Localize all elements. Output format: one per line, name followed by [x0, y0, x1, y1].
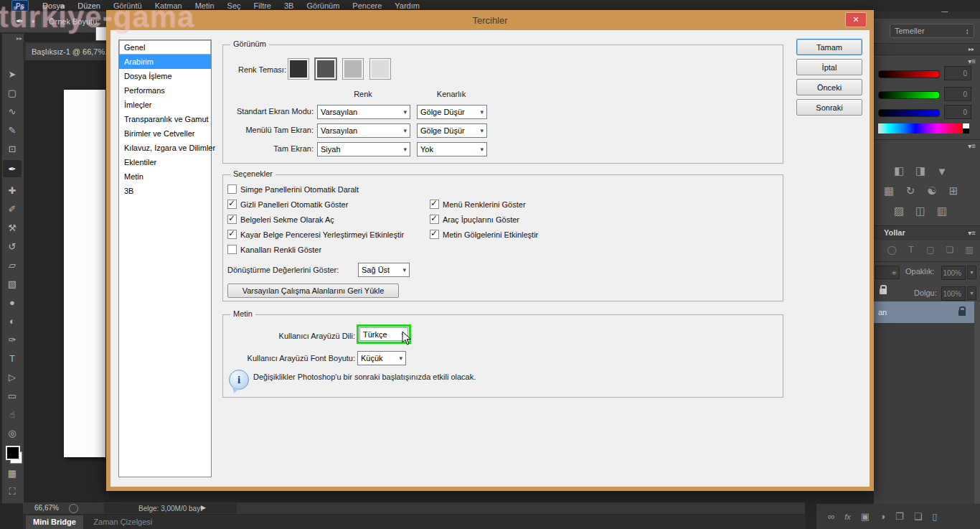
clone-stamp-tool-icon[interactable]: ⚒	[3, 219, 22, 236]
category-arabirim[interactable]: Arabirim	[119, 55, 211, 69]
adjustment-exposure-icon[interactable]: ▼	[934, 164, 950, 178]
checkbox-enable-floating-docking[interactable]: Kayar Belge Penceresi Yerleştirmeyi Etki…	[227, 230, 404, 239]
transform-values-select[interactable]: Sağ Üst▾	[358, 263, 410, 277]
green-value-field[interactable]: 0	[944, 87, 971, 101]
eyedropper-tool-icon[interactable]: ✒	[3, 160, 22, 177]
lasso-tool-icon[interactable]: ∿	[3, 103, 22, 120]
opacity-value[interactable]: 100%	[941, 266, 966, 280]
blue-slider[interactable]	[878, 109, 940, 117]
fullscreen-border-select[interactable]: Yok▾	[417, 142, 487, 156]
tab-mini-bridge[interactable]: Mini Bridge	[26, 515, 83, 529]
checkbox-open-documents-as-tabs[interactable]: Belgeleri Sekme Olarak Aç	[227, 215, 334, 224]
healing-brush-tool-icon[interactable]: ✚	[3, 182, 22, 199]
hand-tool-icon[interactable]: ☝	[3, 406, 22, 423]
quick-selection-tool-icon[interactable]: ✎	[3, 121, 22, 139]
quick-mask-icon[interactable]: ▦	[3, 464, 22, 482]
history-brush-tool-icon[interactable]: ↺	[3, 238, 22, 255]
prev-button[interactable]: Önceki	[796, 79, 862, 95]
panel-collapse-icon[interactable]: ▸▸	[969, 46, 974, 52]
adjustment-levels-icon[interactable]: ◨	[913, 164, 928, 178]
ok-button[interactable]: Tamam	[796, 39, 862, 55]
color-panel-menu-icon[interactable]: ▾≡	[968, 57, 976, 65]
adjustment-gradientmap-icon[interactable]: ▥	[934, 204, 950, 218]
brush-tool-icon[interactable]: ✐	[3, 200, 22, 217]
foreground-color-swatch[interactable]	[6, 446, 20, 460]
category-3b[interactable]: 3B	[119, 184, 211, 198]
path-shape-icon[interactable]: ▢	[924, 244, 937, 256]
category-birimler[interactable]: Birimler ve Cetveller	[119, 126, 211, 141]
category-dosya-isleme[interactable]: Dosya İşleme	[119, 69, 211, 83]
checkbox-auto-collapse-panels[interactable]: Simge Panellerini Otomatik Daralt	[227, 184, 359, 194]
status-expand-icon[interactable]: ▶	[201, 504, 206, 511]
layer-style-fx-icon[interactable]: fx	[844, 512, 851, 521]
category-genel[interactable]: Genel	[119, 40, 211, 55]
layer-group-icon[interactable]: ❐	[895, 511, 904, 522]
delete-layer-icon[interactable]: ▯	[932, 511, 937, 522]
new-layer-icon[interactable]: ❏	[914, 511, 923, 522]
checkbox-show-menu-colors[interactable]: Menü Renklerini Göster	[430, 200, 526, 209]
green-slider[interactable]	[878, 91, 940, 99]
path-delete-icon[interactable]: ▥	[963, 244, 976, 256]
paths-panel-tab[interactable]: Yollar	[884, 228, 905, 237]
category-transparanlik[interactable]: Transparanlık ve Gamut	[119, 112, 211, 126]
standard-screen-color-select[interactable]: Varsayılan▾	[317, 105, 410, 119]
crop-tool-icon[interactable]: ⊡	[3, 140, 22, 157]
menu-dosya[interactable]: Dosya	[36, 0, 71, 11]
fullscreen-menu-border-select[interactable]: Gölge Düşür▾	[417, 123, 487, 138]
collapse-tools-icon[interactable]: ▸▸	[2, 35, 22, 42]
checkbox-show-channels-in-color[interactable]: Kanalları Renkli Göster	[227, 245, 321, 254]
adjustment-balance-icon[interactable]: ☯	[924, 184, 940, 198]
path-new-icon[interactable]: ❏	[943, 244, 956, 256]
fill-chevron-icon[interactable]: ▾	[967, 286, 976, 300]
adjustments-panel-menu-icon[interactable]: ▾≡	[968, 142, 976, 150]
adjustment-layer-icon[interactable]: ◑	[880, 511, 885, 522]
opacity-chevron-icon[interactable]: ▾	[967, 266, 976, 279]
category-metin[interactable]: Metin	[119, 169, 211, 184]
adjustment-vibrance-icon[interactable]: ▦	[881, 184, 897, 198]
theme-swatch-lightest[interactable]	[369, 58, 391, 80]
menu-duzen[interactable]: Düzen	[71, 0, 107, 11]
checkbox-auto-show-hidden-panels[interactable]: Gizli Panelleri Otomatik Göster	[227, 200, 348, 209]
paths-panel-menu-icon[interactable]: ▾≡	[968, 229, 976, 237]
document-tab[interactable]: Başlıksız-1 @ 66,7%...	[26, 43, 112, 60]
layer-row-background[interactable]: an	[874, 301, 974, 323]
path-fill-icon[interactable]: ◯	[885, 244, 898, 256]
zoom-tool-icon[interactable]: ◎	[3, 424, 22, 441]
tool-preset-chevron-icon[interactable]: ▾	[32, 18, 35, 25]
adjustment-hue-icon[interactable]: ↻	[903, 184, 918, 198]
spectrum-white-swatch[interactable]	[963, 123, 969, 128]
blur-tool-icon[interactable]: ●	[3, 294, 22, 311]
path-text-icon[interactable]: T	[905, 244, 918, 256]
restore-default-workspaces-button[interactable]: Varsayılan Çalışma Alanlarını Geri Yükle	[227, 284, 399, 298]
spectrum-black-swatch[interactable]	[963, 128, 969, 134]
color-spectrum-ramp[interactable]	[878, 123, 963, 134]
link-layers-icon[interactable]: ∞	[828, 511, 834, 522]
adjustment-bw-icon[interactable]: ⊞	[946, 184, 961, 198]
move-tool-icon[interactable]: ➤	[3, 65, 22, 83]
theme-swatch-darkest[interactable]	[288, 58, 309, 80]
next-button[interactable]: Sonraki	[796, 99, 862, 116]
ui-font-size-select[interactable]: Küçük▾	[357, 351, 406, 365]
red-value-field[interactable]: 0	[944, 66, 971, 80]
fullscreen-color-select[interactable]: Siyah▾	[317, 142, 410, 156]
shape-tool-icon[interactable]: ▭	[3, 387, 22, 404]
dodge-tool-icon[interactable]: ◐	[3, 312, 22, 329]
standard-screen-border-select[interactable]: Gölge Düşür▾	[417, 105, 487, 119]
theme-swatch-light[interactable]	[342, 58, 364, 80]
screen-mode-icon[interactable]: ⛶	[3, 483, 22, 500]
category-eklentiler[interactable]: Eklentiler	[119, 155, 211, 169]
fill-value[interactable]: 100%	[941, 286, 966, 301]
theme-swatch-dark[interactable]	[315, 58, 336, 80]
checkbox-show-tool-tips[interactable]: Araç İpuçlarını Göster	[430, 215, 519, 224]
cancel-button[interactable]: İptal	[796, 59, 862, 75]
red-slider[interactable]	[878, 70, 940, 78]
type-tool-icon[interactable]: T	[3, 350, 22, 367]
category-imlecler[interactable]: İmleçler	[119, 98, 211, 112]
gradient-tool-icon[interactable]: ▧	[3, 275, 22, 292]
adjustment-curves-icon[interactable]: ◧	[891, 164, 907, 178]
blend-mode-select[interactable]: ≑	[875, 266, 900, 279]
marquee-tool-icon[interactable]: ▢	[3, 84, 22, 101]
layers-scrollbar[interactable]	[974, 301, 980, 504]
adjustment-invert-icon[interactable]: ◫	[913, 204, 928, 218]
eraser-tool-icon[interactable]: ▱	[3, 256, 22, 273]
